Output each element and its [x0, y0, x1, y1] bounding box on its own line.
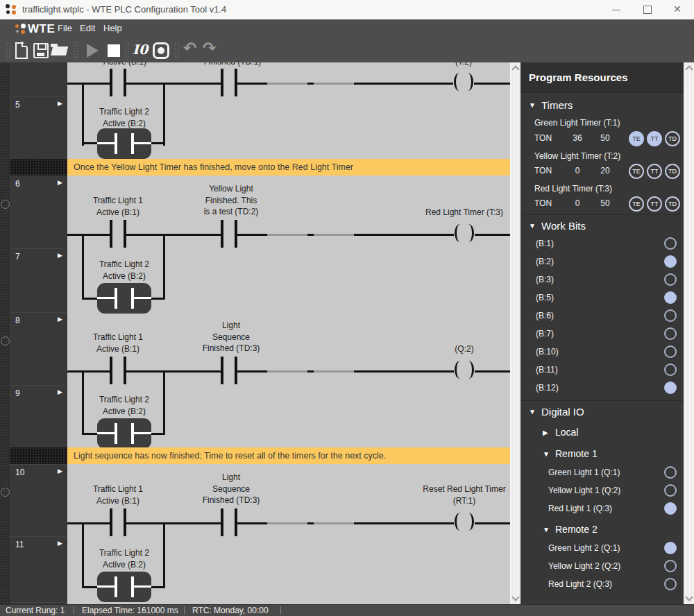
- chevron-down-icon[interactable]: ▼: [543, 450, 550, 458]
- rung-marker-icon[interactable]: [1, 200, 10, 209]
- coil-symbol[interactable]: [453, 72, 474, 93]
- run-to-rung-icon[interactable]: ▶: [58, 179, 62, 186]
- bit-indicator[interactable]: [664, 327, 677, 340]
- run-to-rung-icon[interactable]: ▶: [58, 100, 62, 107]
- contact-symbol[interactable]: [221, 220, 237, 248]
- run-to-rung-icon[interactable]: ▶: [58, 388, 62, 395]
- undo-button[interactable]: ↶: [182, 41, 201, 60]
- bit-indicator[interactable]: [664, 309, 677, 322]
- menu-help[interactable]: Help: [103, 23, 122, 33]
- timer-flag-tt[interactable]: TT: [647, 196, 662, 212]
- close-button[interactable]: ✕: [663, 0, 694, 19]
- contact-symbol[interactable]: [110, 220, 126, 248]
- active-contact-symbol[interactable]: [97, 572, 151, 602]
- rung-cell-8[interactable]: 8 ▶: [10, 312, 67, 385]
- bit-indicator[interactable]: [664, 255, 677, 268]
- timer-flag-te[interactable]: TE: [629, 131, 644, 146]
- io-indicator[interactable]: [664, 466, 677, 479]
- bit-indicator[interactable]: [664, 273, 677, 286]
- section-remote-2[interactable]: ▼ Remote 2: [520, 523, 684, 538]
- timer-flag-te[interactable]: TE: [629, 164, 644, 179]
- section-digital-io[interactable]: ▼ Digital IO: [520, 405, 684, 420]
- section-remote-1[interactable]: ▼ Remote 1: [520, 447, 684, 463]
- rung-comment[interactable]: Once the Yellow Light Timer has finished…: [67, 159, 510, 176]
- menu-edit[interactable]: Edit: [80, 23, 95, 33]
- rung-cell-5[interactable]: 5 ▶: [10, 96, 67, 159]
- rung-cell-10[interactable]: 10 ▶: [10, 464, 67, 536]
- chevron-down-icon[interactable]: ▼: [529, 101, 536, 109]
- section-timers[interactable]: ▼ Timers: [520, 99, 684, 114]
- rung-marker-icon[interactable]: [1, 336, 10, 345]
- rung-cell[interactable]: [10, 62, 67, 96]
- contact-symbol[interactable]: [110, 69, 126, 96]
- timer-flag-td[interactable]: TD: [665, 131, 680, 146]
- coil-symbol[interactable]: [454, 223, 475, 244]
- section-local[interactable]: ▶ Local: [520, 426, 684, 441]
- bit-indicator[interactable]: [664, 237, 677, 250]
- coil-symbol[interactable]: [454, 512, 475, 533]
- timer-flag-tt[interactable]: TT: [647, 131, 662, 146]
- ladder-canvas[interactable]: Active (B:1) Finished (TD:1) (T:2) Traff…: [67, 62, 510, 604]
- timer-flag-tt[interactable]: TT: [647, 164, 662, 179]
- scroll-up-icon[interactable]: [685, 65, 693, 73]
- bit-indicator[interactable]: [664, 345, 677, 358]
- io-indicator[interactable]: [664, 484, 677, 497]
- redo-button[interactable]: ↷: [201, 41, 221, 60]
- bit-indicator[interactable]: [664, 291, 677, 304]
- timer-flag-td[interactable]: TD: [665, 164, 680, 179]
- menu-file[interactable]: File: [58, 23, 72, 33]
- section-title: Timers: [541, 99, 573, 111]
- contact-symbol[interactable]: [110, 357, 126, 384]
- run-to-rung-icon[interactable]: ▶: [58, 252, 62, 259]
- open-button[interactable]: [49, 41, 69, 60]
- timer-flag-te[interactable]: TE: [629, 196, 644, 212]
- bit-label: (B:12): [536, 383, 559, 393]
- ladder-scrollbar[interactable]: [510, 62, 520, 604]
- contact-symbol[interactable]: [221, 357, 237, 384]
- maximize-button[interactable]: [632, 0, 663, 19]
- io-row: Green Light 1 (Q:1): [520, 463, 684, 481]
- rung-cell-7[interactable]: 7 ▶: [10, 248, 67, 312]
- work-bit-row: (B:3): [520, 271, 684, 289]
- rung-cell-9[interactable]: 9 ▶: [10, 385, 67, 447]
- bit-indicator[interactable]: [664, 382, 677, 394]
- section-work-bits[interactable]: ▼ Work Bits: [520, 219, 684, 234]
- chevron-right-icon[interactable]: ▶: [543, 429, 548, 436]
- rung-cell-11[interactable]: 11 ▶: [10, 536, 67, 602]
- chevron-down-icon[interactable]: ▼: [529, 222, 536, 230]
- rung-comment[interactable]: Light sequence has now finished; Time to…: [67, 447, 510, 464]
- contact-symbol[interactable]: [221, 69, 237, 96]
- active-contact-symbol[interactable]: [97, 418, 151, 449]
- rung-cell-6[interactable]: 6 ▶: [10, 176, 67, 248]
- chevron-down-icon[interactable]: ▼: [543, 526, 550, 533]
- contact-symbol[interactable]: [221, 508, 237, 536]
- scroll-down-icon[interactable]: [685, 593, 693, 601]
- run-to-rung-icon[interactable]: ▶: [58, 540, 62, 547]
- io-indicator[interactable]: [664, 542, 677, 554]
- new-file-button[interactable]: [12, 41, 31, 60]
- io-indicator[interactable]: [664, 502, 677, 515]
- minimize-button[interactable]: [601, 0, 632, 19]
- panel-header: Program Resources: [520, 62, 684, 93]
- save-button[interactable]: [31, 41, 51, 60]
- rung-marker-icon[interactable]: [1, 488, 10, 497]
- bit-indicator[interactable]: [664, 363, 677, 376]
- stop-button[interactable]: [104, 41, 124, 60]
- run-to-rung-icon[interactable]: ▶: [58, 468, 62, 474]
- maximize-icon: [643, 6, 652, 14]
- timer-flag-td[interactable]: TD: [665, 196, 680, 212]
- scroll-down-icon[interactable]: [511, 593, 519, 601]
- contact-symbol[interactable]: [110, 508, 126, 536]
- io-indicator[interactable]: [664, 578, 677, 590]
- scroll-up-icon[interactable]: [511, 65, 519, 73]
- run-button[interactable]: [82, 41, 101, 60]
- io-config-button[interactable]: I0: [133, 41, 152, 60]
- coil-symbol[interactable]: [454, 360, 475, 381]
- active-contact-symbol[interactable]: [97, 283, 151, 314]
- chevron-down-icon[interactable]: ▼: [529, 408, 536, 416]
- monitor-button[interactable]: [151, 41, 171, 60]
- sidebar-scrollbar[interactable]: [684, 62, 694, 604]
- io-indicator[interactable]: [664, 560, 677, 572]
- active-contact-symbol[interactable]: [97, 128, 151, 159]
- run-to-rung-icon[interactable]: ▶: [58, 316, 62, 323]
